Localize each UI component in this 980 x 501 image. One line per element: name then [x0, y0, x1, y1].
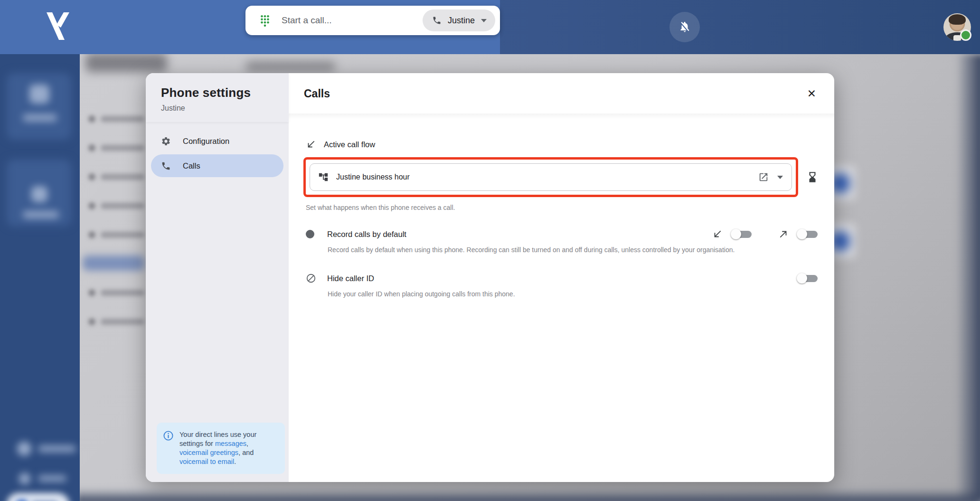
hide-caller-id-label: Hide caller ID: [327, 274, 797, 283]
start-call-search[interactable]: Start a call... Justine: [245, 6, 500, 35]
sidebar-item-icon: [31, 186, 47, 202]
blurred-row-icon: [88, 289, 95, 296]
gear-icon: [161, 136, 171, 146]
blurred-row: [101, 203, 144, 209]
nav-item-label: Calls: [183, 161, 200, 170]
modal-subtitle: Justine: [161, 104, 274, 113]
direct-lines-note: Your direct lines use your settings for …: [157, 423, 285, 474]
blurred-row: [101, 290, 144, 296]
record-incoming-toggle[interactable]: [731, 228, 753, 240]
hide-caller-id-description: Hide your caller ID when placing outgoin…: [328, 290, 812, 298]
active-call-flow-label: Active call flow: [324, 140, 375, 149]
call-made-icon: [778, 229, 789, 239]
call-received-icon: [306, 139, 316, 150]
line-selector-label: Justine: [448, 16, 475, 26]
header-shadow: [289, 113, 834, 119]
nav-item-configuration[interactable]: Configuration: [151, 130, 283, 152]
voicemail-to-email-link[interactable]: voicemail to email: [179, 458, 234, 465]
open-in-new-icon[interactable]: [758, 172, 769, 182]
sidebar-highlighted-button[interactable]: [7, 493, 69, 501]
nav-item-calls[interactable]: Calls: [151, 154, 283, 177]
blurred-row-icon: [88, 318, 95, 325]
app-sidebar: [0, 54, 80, 501]
top-bar: Start a call... Justine: [0, 0, 980, 54]
notifications-button[interactable]: [669, 12, 700, 42]
call-received-icon: [712, 229, 723, 239]
sidebar-item[interactable]: [7, 73, 71, 140]
record-icon: [306, 230, 314, 238]
blurred-row-icon: [88, 173, 95, 180]
sidebar-user-avatar[interactable]: [17, 442, 31, 456]
hide-caller-id-row: Hide caller ID: [306, 273, 819, 284]
bell-muted-icon: [678, 20, 691, 34]
phone-icon: [432, 16, 442, 25]
active-call-flow-helper: Set what happens when this phone receive…: [306, 204, 819, 211]
info-icon: [163, 430, 174, 467]
sidebar-link-icon[interactable]: [19, 473, 30, 484]
sidebar-item-label: [23, 114, 57, 122]
modal-header: Phone settings Justine: [146, 73, 289, 122]
caret-down-icon: [481, 19, 487, 22]
messages-link[interactable]: messages: [215, 440, 246, 447]
blurred-selected-row: [83, 255, 144, 271]
blurred-row: [101, 232, 144, 238]
sidebar-item-icon: [29, 85, 49, 104]
search-input[interactable]: Start a call...: [282, 15, 423, 26]
call-flow-select[interactable]: Justine business hour: [310, 163, 792, 191]
sidebar-user-label: [38, 445, 76, 452]
panel-header: Calls ✕: [289, 73, 834, 113]
dialpad-icon: [259, 14, 271, 27]
voicemail-greetings-link[interactable]: voicemail greetings: [179, 449, 238, 456]
active-call-flow-row: Active call flow: [306, 139, 819, 150]
blurred-heading: [245, 61, 336, 72]
record-calls-row: Record calls by default: [306, 228, 819, 240]
line-selector-button[interactable]: Justine: [423, 9, 495, 31]
blurred-row-icon: [88, 144, 95, 151]
blurred-row-icon: [88, 231, 95, 238]
phone-settings-modal: Phone settings Justine Configuration: [146, 73, 834, 482]
blurred-row: [101, 116, 144, 122]
note-text: Your direct lines use your settings for …: [179, 430, 277, 467]
record-calls-label: Record calls by default: [327, 230, 712, 239]
phone-icon: [161, 161, 171, 171]
nav-item-label: Configuration: [183, 137, 229, 146]
status-dot: [960, 29, 971, 41]
caret-down-icon[interactable]: [777, 176, 783, 179]
call-flow-value: Justine business hour: [336, 173, 758, 181]
record-outgoing-toggle[interactable]: [797, 228, 819, 240]
highlight-box: Justine business hour: [303, 157, 798, 197]
blurred-window-edge: [956, 54, 980, 501]
close-icon[interactable]: ✕: [807, 88, 816, 99]
blurred-window-edge: [76, 489, 980, 501]
record-calls-description: Record calls by default when using this …: [328, 246, 812, 254]
block-icon: [306, 273, 316, 284]
modal-title: Phone settings: [161, 85, 274, 100]
settings-nav: Configuration Calls: [146, 122, 289, 177]
sidebar-link-label: [38, 475, 66, 482]
calls-panel: Calls ✕ Active call flow: [289, 73, 834, 482]
blurred-row: [101, 174, 144, 180]
blurred-row: [101, 145, 144, 151]
panel-title: Calls: [304, 87, 817, 100]
hourglass-icon[interactable]: [806, 171, 819, 183]
blurred-row: [101, 319, 144, 325]
blurred-row-icon: [88, 115, 95, 123]
call-flow-icon: [318, 172, 329, 182]
hide-caller-id-toggle[interactable]: [797, 273, 819, 284]
app-logo[interactable]: [40, 10, 70, 42]
sidebar-item-label: [23, 211, 59, 218]
app-window: Start a call... Justine: [0, 0, 980, 501]
blurred-row-icon: [88, 202, 95, 209]
modal-left-panel: Phone settings Justine Configuration: [146, 73, 289, 482]
blurred-heading: [85, 53, 167, 72]
